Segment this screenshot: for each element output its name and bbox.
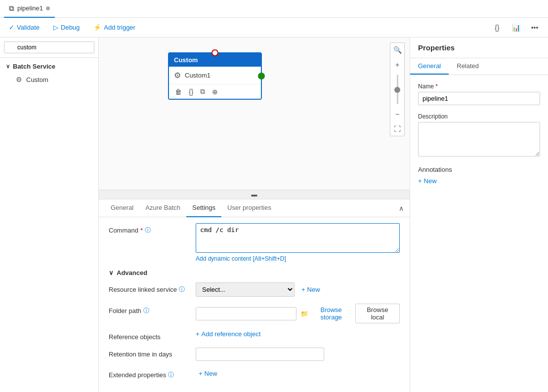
folder-icon: 📁 [300, 310, 308, 317]
new-extended-property-button[interactable]: + New [196, 368, 220, 379]
debug-button[interactable]: ▷ Debug [50, 22, 83, 33]
prop-tab-related[interactable]: Related [449, 58, 487, 75]
extended-properties-control: + New [196, 368, 400, 379]
annotations-section: Annotations + New [418, 166, 540, 185]
activity-name: Custom1 [185, 72, 211, 79]
advanced-header[interactable]: ∨ Advanced [109, 269, 400, 276]
activity-header-label: Custom [174, 56, 198, 64]
properties-title: Properties [418, 43, 455, 52]
validate-icon: ✓ [9, 24, 14, 31]
toolbar: ✓ Validate ▷ Debug ⚡ Add trigger {} 📊 ••… [0, 18, 548, 38]
activity-delete-button[interactable]: 🗑 [173, 86, 184, 97]
command-textarea[interactable] [196, 223, 400, 253]
tab-general[interactable]: General [105, 199, 139, 217]
add-annotation-button[interactable]: + New [418, 177, 437, 185]
add-reference-object-button[interactable]: + Add reference object [196, 330, 261, 338]
extended-properties-info-icon[interactable]: ⓘ [168, 371, 174, 379]
main-layout: ∨ Batch Service ⚙ Custom ≡ ≡ ≡ Custom [0, 38, 548, 392]
activity-arrow-button[interactable]: ⊕ [210, 86, 220, 97]
monitor-button[interactable]: 📊 [508, 20, 523, 35]
properties-tabs: General Related [410, 58, 548, 75]
tab-general-label: General [111, 204, 133, 211]
reference-objects-control: + Add reference object [196, 330, 400, 338]
more-button[interactable]: ••• [527, 20, 542, 35]
tab-bar: ⧉ pipeline1 [0, 0, 548, 18]
plus-ref-icon: + [196, 330, 200, 338]
search-input[interactable] [4, 41, 94, 53]
collapse-icon: ▬ [252, 191, 257, 198]
batch-service-section[interactable]: ∨ Batch Service [4, 60, 94, 73]
activity-gear-icon: ⚙ [174, 71, 181, 80]
toolbar-right: {} 📊 ••• [490, 20, 542, 35]
more-icon: ••• [531, 24, 539, 32]
plus-icon: + [301, 286, 305, 293]
validate-button[interactable]: ✓ Validate [6, 22, 42, 33]
tab-user-properties[interactable]: User properties [221, 199, 277, 217]
activity-body: ⚙ Custom1 [169, 67, 261, 84]
bottom-panel: General Azure Batch Settings User proper… [99, 199, 410, 392]
tab-azure-batch[interactable]: Azure Batch [139, 199, 186, 217]
new-linked-service-button[interactable]: + New [298, 284, 323, 295]
browse-local-label: Browse local [361, 306, 394, 321]
browse-local-button[interactable]: Browse local [355, 304, 400, 323]
activity-copy-button[interactable]: ⧉ [198, 86, 207, 97]
browse-storage-label: Browse storage [311, 306, 351, 321]
canvas-zoom-out-button[interactable]: − [390, 107, 404, 121]
sidebar: ∨ Batch Service ⚙ Custom ≡ ≡ ≡ [0, 38, 99, 392]
resource-linked-service-row: Resource linked service ⓘ Select... + Ne… [109, 282, 400, 297]
folder-path-info-icon[interactable]: ⓘ [143, 307, 149, 315]
add-trigger-button[interactable]: ⚡ Add trigger [90, 22, 138, 33]
activity-dot-top [211, 49, 218, 56]
debug-label: Debug [61, 24, 80, 31]
name-field: Name * [418, 83, 540, 105]
resource-info-icon[interactable]: ⓘ [179, 285, 185, 294]
canvas-magnify-button[interactable]: 🔍 [390, 43, 404, 57]
chevron-down-icon: ∨ [6, 63, 10, 70]
folder-path-input[interactable] [196, 307, 296, 320]
panel-collapse-button[interactable]: ∧ [399, 204, 404, 212]
resource-linked-service-control: Select... + New [196, 282, 400, 297]
activity-code-button[interactable]: {} [187, 86, 195, 97]
code-icon: {} [495, 24, 499, 32]
canvas-fit-button[interactable]: ⛶ [390, 122, 404, 136]
description-label: Description [418, 113, 540, 120]
name-label: Name * [418, 83, 540, 90]
browse-storage-button[interactable]: 📁 Browse storage [300, 306, 351, 321]
name-input[interactable] [418, 92, 540, 105]
tab-azure-batch-label: Azure Batch [145, 204, 180, 211]
properties-content: Name * Description Annotations + New [410, 75, 548, 392]
reference-objects-label: Reference objects [109, 330, 188, 341]
batch-service-label: Batch Service [13, 63, 55, 70]
annotations-label: Annotations [418, 166, 540, 173]
activity-box[interactable]: Custom ⚙ Custom1 🗑 {} ⧉ ⊕ [168, 52, 262, 100]
tab-settings[interactable]: Settings [186, 199, 221, 217]
prop-tab-general-label: General [418, 62, 441, 70]
bottom-panel-tabs: General Azure Batch Settings User proper… [99, 199, 410, 217]
resource-linked-service-label: Resource linked service ⓘ [109, 282, 188, 294]
command-control: Add dynamic content [Alt+Shift+D] [196, 223, 400, 262]
extended-properties-row: Extended properties ⓘ + New [109, 368, 400, 379]
retention-time-input[interactable] [196, 348, 324, 361]
retention-time-label: Retention time in days [109, 348, 188, 358]
bottom-collapse-handle[interactable]: ▬ [99, 190, 410, 199]
canvas-zoom-in-button[interactable]: + [390, 58, 404, 72]
canvas-toolbar: 🔍 + − ⛶ [390, 42, 405, 136]
sidebar-item-custom[interactable]: ⚙ Custom ≡ ≡ ≡ [4, 73, 94, 86]
bottom-panel-content: Command * ⓘ Add dynamic content [Alt+Shi… [99, 217, 410, 392]
prop-tab-general[interactable]: General [410, 58, 449, 75]
canvas-slider[interactable] [390, 73, 404, 106]
description-field: Description [418, 113, 540, 158]
dynamic-content-link[interactable]: Add dynamic content [Alt+Shift+D] [196, 255, 400, 262]
properties-header: Properties [410, 38, 548, 58]
command-info-icon[interactable]: ⓘ [145, 226, 151, 235]
code-button[interactable]: {} [490, 20, 505, 35]
description-textarea[interactable] [418, 122, 540, 157]
resource-linked-service-select[interactable]: Select... [196, 282, 295, 297]
add-reference-object-label: Add reference object [202, 330, 261, 338]
pipeline-tab[interactable]: ⧉ pipeline1 [4, 0, 55, 18]
advanced-chevron-icon: ∨ [109, 269, 114, 276]
name-required: * [435, 83, 438, 90]
new-extended-label: New [205, 370, 217, 377]
folder-path-control: 📁 Browse storage Browse local [196, 304, 400, 323]
plus-extended-icon: + [199, 370, 203, 377]
